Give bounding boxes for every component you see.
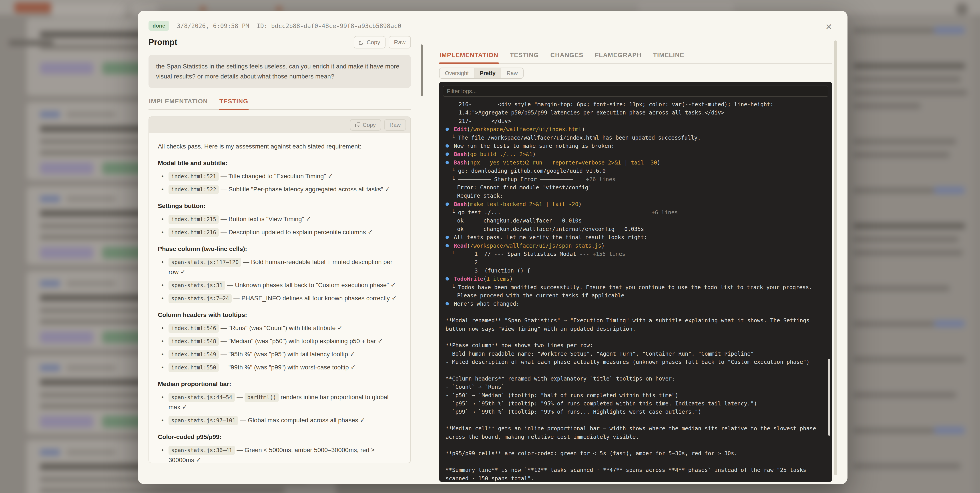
close-button[interactable]: × — [822, 19, 836, 34]
log-text: ) — [582, 126, 585, 132]
copy-label: Copy — [367, 39, 380, 46]
log-line: Bash(go build ./... 2>&1) — [439, 150, 832, 158]
view-mode-raw[interactable]: Raw — [501, 68, 523, 78]
log-text: 216- <div style="margin-top: 6px; font-s… — [459, 101, 773, 108]
raw-prompt-button[interactable]: Raw — [389, 36, 411, 48]
log-text: - `p95` → `95th %` (tooltip: "95% of run… — [445, 400, 757, 407]
tab-changes[interactable]: CHANGES — [550, 50, 584, 63]
view-mode-oversight[interactable]: Oversight — [439, 68, 474, 78]
log-text: - `p50` → `Median` (tooltip: "half of ru… — [445, 392, 678, 399]
check-text: — "Median" (was "p50") with tooltip expl… — [219, 338, 383, 345]
log-line: Here's what changed: — [439, 300, 832, 308]
modal-scrollbar-thumb[interactable] — [834, 40, 837, 475]
log-line: - `Count` → `Runs` — [439, 383, 832, 391]
log-line — [439, 366, 832, 375]
log-line: Error: Cannot find module 'vitest/config… — [439, 183, 832, 192]
log-line: Bash(make test-backend 2>&1 | tail -20) — [439, 200, 832, 208]
code-reference: index.html:546 — [169, 324, 219, 333]
check-text: — Subtitle "Per-phase latency aggregated… — [219, 186, 390, 193]
check-text: — PHASE_INFO defines all four known phas… — [232, 295, 397, 302]
log-line: - Bold human-readable name: "Worktree Se… — [439, 350, 832, 358]
log-text: ( — [467, 201, 470, 207]
code-reference: span-stats.js:7–24 — [169, 294, 232, 303]
log-text: ( — [467, 159, 470, 166]
log-text: make test-backend 2>&1 — [470, 201, 546, 207]
tab-testing[interactable]: TESTING — [219, 96, 249, 109]
log-line: - `p99` → `99th %` (tooltip: "99% of run… — [439, 408, 832, 416]
tool-name: Bash — [454, 151, 467, 157]
log-text: 2 — [452, 259, 478, 266]
tool-name: Bash — [454, 201, 467, 207]
status-badge: done — [148, 21, 169, 31]
log-text: ( — [483, 276, 487, 282]
log-text: ) — [579, 201, 582, 207]
log-text: +156 lines — [592, 251, 625, 257]
log-line: └ ────────── Startup Error ────────── +2… — [439, 175, 832, 183]
log-text: **Modal renamed** "Span Statistics" → "E… — [445, 317, 810, 324]
code-reference: index.html:550 — [169, 363, 219, 372]
testing-report-body: All checks pass. Here is my assessment a… — [149, 134, 410, 463]
check-text: — "95th %" (was "p95") with tail latency… — [219, 351, 355, 358]
log-text: button now says "View Timing" with an up… — [445, 326, 636, 332]
log-line — [439, 333, 832, 341]
log-line — [439, 308, 832, 316]
tab-flamegraph[interactable]: FLAMEGRAPH — [595, 50, 642, 63]
log-text: +6 lines — [652, 209, 678, 216]
log-text: ) — [601, 242, 605, 249]
report-section-heading: Median proportional bar: — [158, 379, 401, 389]
raw-report-button[interactable]: Raw — [384, 119, 406, 131]
log-text: npx --yes vitest@2 run --reporter=verbos… — [470, 159, 624, 166]
log-text: 1 items — [487, 276, 509, 282]
view-mode-pretty[interactable]: Pretty — [474, 68, 501, 78]
log-text: tail -30 — [631, 159, 657, 166]
prompt-title: Prompt — [148, 38, 177, 47]
log-line: Bash(npx --yes vitest@2 run --reporter=v… — [439, 159, 832, 167]
tool-name: TodoWrite — [454, 276, 483, 282]
report-check-item: •index.html:546 — "Runs" (was "Count") w… — [158, 323, 401, 333]
bullet-icon: • — [161, 445, 164, 455]
log-text: 217- </div> — [459, 118, 511, 124]
check-text: — — [235, 394, 245, 401]
log-line: ok changkun.de/wallfacer 0.010s — [439, 216, 832, 225]
log-line: └ go: downloading github.com/google/uuid… — [439, 167, 832, 175]
prompt-text: the Span Statistics in the settings feel… — [148, 55, 411, 88]
log-text: └ 1 // --- Span Statistics Modal --- — [452, 251, 592, 257]
tool-name: Edit — [454, 126, 467, 132]
log-text: **Phase column** now shows two lines per… — [445, 342, 593, 348]
check-text: — Description updated to explain percent… — [219, 229, 373, 235]
code-reference: span-stats.js:36–41 — [169, 446, 235, 455]
copy-prompt-button[interactable]: Copy — [354, 36, 385, 48]
bullet-icon: • — [161, 415, 164, 425]
report-check-item: •span-stats.js:117–120 — Bold human-read… — [158, 257, 401, 277]
code-reference: index.html:215 — [169, 215, 219, 224]
log-text: | — [624, 159, 631, 166]
bullet-icon: • — [161, 349, 164, 359]
code-reference: span-stats.js:117–120 — [169, 258, 241, 267]
log-text: ( — [467, 126, 470, 132]
report-check-item: •index.html:522 — Subtitle "Per-phase la… — [158, 184, 401, 194]
tab-timeline[interactable]: TIMELINE — [652, 50, 684, 63]
log-line: └ The file /workspace/wallfacer/ui/index… — [439, 134, 832, 142]
log-text: └ go: downloading github.com/google/uuid… — [452, 168, 606, 174]
tool-name: Bash — [454, 159, 467, 166]
log-line: - Muted description of what each phase a… — [439, 358, 832, 366]
filter-logs-input[interactable] — [443, 86, 828, 97]
log-text: ok changkun.de/wallfacer/internal/envcon… — [457, 226, 644, 232]
report-check-item: •span-stats.js:7–24 — PHASE_INFO defines… — [158, 293, 401, 303]
copy-report-button[interactable]: Copy — [350, 119, 381, 131]
report-check-item: •span-stats.js:97–101 — Global max compu… — [158, 415, 401, 425]
tab-implementation[interactable]: IMPLEMENTATION — [439, 50, 499, 63]
log-panel: 216- <div style="margin-top: 6px; font-s… — [439, 82, 832, 482]
log-line: - `p50` → `Median` (tooltip: "half of ru… — [439, 391, 832, 399]
bullet-icon: • — [161, 171, 164, 181]
tab-testing[interactable]: TESTING — [509, 50, 539, 63]
log-line: 217- </div> — [439, 117, 832, 125]
log-line: **Column headers** renamed with explanat… — [439, 375, 832, 383]
log-text: - Bold human-readable name: "Worktree Se… — [445, 350, 754, 357]
log-line: button now says "View Timing" with an up… — [439, 325, 832, 333]
bullet-icon: • — [161, 184, 164, 194]
log-scrollbar-thumb[interactable] — [828, 359, 830, 436]
left-panel-scrollbar-thumb[interactable] — [421, 45, 423, 96]
log-text: | — [546, 201, 552, 207]
tab-implementation[interactable]: IMPLEMENTATION — [148, 96, 208, 109]
